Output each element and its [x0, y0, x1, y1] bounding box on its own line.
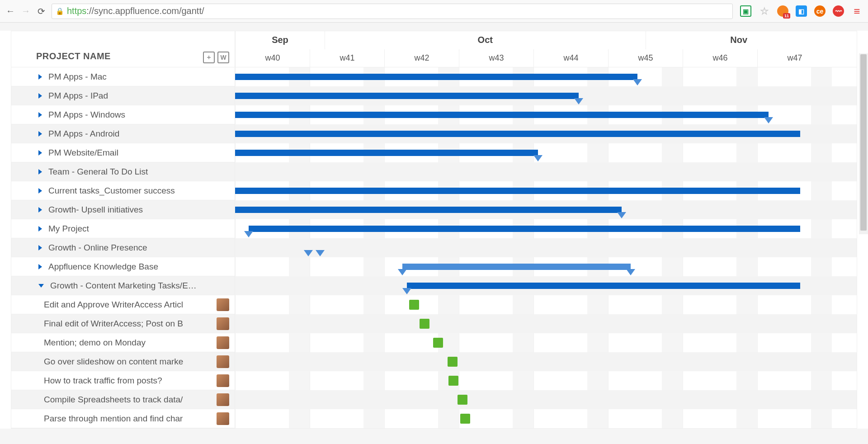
project-row[interactable]: Current tasks_Customer success: [11, 181, 235, 200]
milestone-marker[interactable]: [764, 117, 773, 123]
assignee-avatar[interactable]: [217, 374, 229, 387]
gantt-bar[interactable]: [235, 207, 622, 213]
gantt-bar[interactable]: [235, 150, 538, 156]
url-bar[interactable]: 🔒 https ://sync.appfluence.com/gantt/: [52, 4, 733, 19]
month-header: Oct: [325, 31, 646, 49]
timeline-row: [235, 143, 857, 162]
timeline-row: [235, 162, 857, 181]
project-name-label: Appfluence Knowledge Base: [48, 262, 158, 272]
subtask-marker[interactable]: [460, 414, 470, 424]
project-row[interactable]: Team - General To Do List: [11, 162, 235, 181]
milestone-marker[interactable]: [626, 269, 635, 275]
project-row[interactable]: PM Apps - Windows: [11, 105, 235, 124]
milestone-marker[interactable]: [398, 269, 407, 275]
adblock-badge: 11: [783, 13, 790, 19]
chevron-right-icon[interactable]: [38, 112, 42, 118]
project-row[interactable]: Growth - Content Marketing Tasks/E…: [11, 276, 235, 295]
lock-icon: 🔒: [56, 7, 64, 15]
gantt-bar[interactable]: [235, 74, 637, 80]
scrollbar-thumb[interactable]: [860, 54, 867, 231]
chevron-down-icon[interactable]: [38, 284, 44, 288]
extension-icon-ce[interactable]: ce: [814, 5, 826, 17]
adblock-extension-icon[interactable]: 11: [777, 5, 788, 17]
chrome-menu-icon[interactable]: ≡: [851, 5, 863, 17]
gantt-bar[interactable]: [249, 226, 800, 232]
subtask-row[interactable]: Parse through mention and find char: [11, 409, 235, 428]
view-toggle-button[interactable]: W: [217, 52, 229, 63]
milestone-marker[interactable]: [244, 231, 253, 237]
subtask-row[interactable]: Edit and Approve WriterAccess Articl: [11, 295, 235, 314]
timeline-row: [235, 314, 857, 333]
chevron-right-icon[interactable]: [38, 264, 42, 269]
project-row[interactable]: PM Apps - Mac: [11, 67, 235, 86]
project-row[interactable]: Growth - Online Presence: [11, 238, 235, 257]
subtask-name-label: Go over slideshow on content marke: [44, 357, 217, 367]
milestone-marker[interactable]: [304, 250, 313, 256]
gantt-bar[interactable]: [235, 131, 800, 137]
extension-icon[interactable]: ◧: [796, 5, 807, 17]
subtask-row[interactable]: Mention; demo on Monday: [11, 333, 235, 352]
milestone-marker[interactable]: [633, 79, 642, 85]
forward-button[interactable]: →: [21, 6, 31, 16]
project-row[interactable]: My Project: [11, 219, 235, 238]
subtask-row[interactable]: Compile Spreadsheets to track data/: [11, 390, 235, 409]
subtask-marker[interactable]: [433, 338, 443, 348]
gantt-bar[interactable]: [235, 93, 579, 99]
project-row[interactable]: PM Apps - Android: [11, 124, 235, 143]
chevron-right-icon[interactable]: [38, 169, 42, 175]
stumbleupon-extension-icon[interactable]: 〰: [833, 5, 844, 17]
assignee-avatar[interactable]: [217, 412, 229, 425]
chevron-right-icon[interactable]: [38, 74, 42, 80]
timeline-row: [235, 238, 857, 257]
back-button[interactable]: ←: [5, 6, 15, 16]
subtask-marker[interactable]: [409, 300, 419, 310]
gantt-bar[interactable]: [402, 264, 631, 270]
project-name-label: Growth - Content Marketing Tasks/E…: [50, 281, 197, 291]
subtask-marker[interactable]: [448, 357, 458, 367]
assignee-avatar[interactable]: [217, 336, 229, 349]
milestone-marker[interactable]: [533, 155, 542, 161]
milestone-marker[interactable]: [402, 288, 411, 294]
project-row[interactable]: Growth- Upsell initiatives: [11, 200, 235, 219]
gantt-bar[interactable]: [235, 188, 800, 194]
chevron-right-icon[interactable]: [38, 131, 42, 137]
subtask-row[interactable]: How to track traffic from posts?: [11, 371, 235, 390]
reload-button[interactable]: ⟳: [36, 6, 46, 16]
assignee-avatar[interactable]: [217, 355, 229, 368]
project-row[interactable]: PM Apps - IPad: [11, 86, 235, 105]
project-row[interactable]: PM Website/Email: [11, 143, 235, 162]
subtask-marker[interactable]: [448, 376, 458, 386]
project-name-label: Team - General To Do List: [48, 167, 148, 177]
milestone-marker[interactable]: [574, 98, 583, 104]
assignee-avatar[interactable]: [217, 298, 229, 311]
add-project-button[interactable]: ＋: [203, 52, 215, 63]
subtask-row[interactable]: Go over slideshow on content marke: [11, 352, 235, 371]
chevron-right-icon[interactable]: [38, 93, 42, 99]
subtask-row[interactable]: Final edit of WriterAccess; Post on B: [11, 314, 235, 333]
subtask-name-label: Compile Spreadsheets to track data/: [44, 395, 217, 405]
chevron-right-icon[interactable]: [38, 207, 42, 213]
chevron-right-icon[interactable]: [38, 245, 42, 250]
chevron-right-icon[interactable]: [38, 226, 42, 231]
timeline-row: [235, 352, 857, 371]
assignee-avatar[interactable]: [217, 393, 229, 406]
chevron-right-icon[interactable]: [38, 188, 42, 194]
week-header: w43: [459, 49, 533, 67]
timeline-row: [235, 219, 857, 238]
gantt-timeline[interactable]: SepOctNov w40w41w42w43w44w45w46w47: [235, 31, 857, 428]
url-text: ://sync.appfluence.com/gantt/: [86, 6, 204, 16]
timeline-row: [235, 124, 857, 143]
bookmark-star-icon[interactable]: ☆: [759, 5, 770, 17]
milestone-marker[interactable]: [316, 250, 325, 256]
wot-extension-icon[interactable]: ▣: [740, 5, 751, 17]
chevron-right-icon[interactable]: [38, 150, 42, 156]
assignee-avatar[interactable]: [217, 317, 229, 330]
gantt-bar[interactable]: [235, 112, 769, 118]
subtask-marker[interactable]: [458, 395, 467, 405]
subtask-marker[interactable]: [420, 319, 429, 329]
project-name-label: Current tasks_Customer success: [48, 186, 175, 196]
vertical-scrollbar[interactable]: [859, 53, 868, 234]
gantt-bar[interactable]: [407, 283, 800, 289]
milestone-marker[interactable]: [617, 212, 626, 218]
project-row[interactable]: Appfluence Knowledge Base: [11, 257, 235, 276]
